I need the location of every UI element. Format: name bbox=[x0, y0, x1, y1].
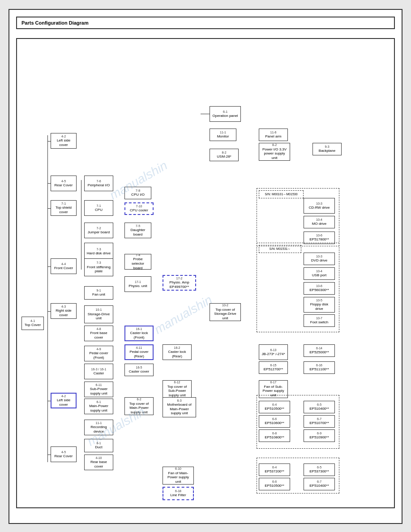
power-boards-container bbox=[257, 395, 339, 449]
box-monitor: 11-1 Monitor bbox=[210, 129, 236, 141]
title-bar: Parts Configuration Diagram bbox=[16, 17, 395, 29]
box-17-1-physio: 17-1 Physio. unit bbox=[124, 276, 151, 292]
line-h-4-5-bot bbox=[47, 455, 51, 455]
box-7-3-hdd: 7-3 Hard disk drive bbox=[84, 243, 113, 261]
sn1-container bbox=[257, 188, 339, 246]
box-7-2-jumper: 7-2 Jumper board bbox=[84, 223, 113, 238]
box-6-13-jb273: 6-13 JB-273* /-274* bbox=[259, 344, 288, 360]
box-17-2-physio-amp: 17-2 Physio. Amp EP499700** bbox=[163, 275, 196, 291]
line-v-7x bbox=[81, 180, 81, 270]
box-4-2-left-top: 4-2 Left side cover bbox=[51, 133, 77, 149]
line-h-7-1-shield bbox=[47, 208, 51, 209]
box-7-5-daughter: 7-5 Daughter board bbox=[124, 223, 151, 238]
box-6-14-ep525000: 6-14 EP525000** bbox=[304, 344, 335, 357]
line-h-op bbox=[201, 114, 210, 114]
line-h-4-4 bbox=[47, 266, 51, 267]
page-container: Parts Configuration Diagram manualshin m… bbox=[9, 9, 402, 524]
box-7-6-peripheral: 7-6 Peripheral I/O bbox=[84, 176, 113, 191]
box-4-8-front-base: 4-8 Front base cover bbox=[84, 326, 113, 341]
line-h-4-2-bot bbox=[47, 401, 51, 401]
box-usm28: 8-2 USM-28* bbox=[210, 149, 239, 161]
box-7-8-cpu-io: 7-8 CPU I/O bbox=[124, 187, 151, 199]
box-16-1-caster-lock-front: 16-1 Caster lock (Front) bbox=[124, 326, 154, 341]
box-7-3-front-stiff: 7-3 Front stiffening plate bbox=[84, 258, 113, 276]
diagram-area: manualshin manualshin manualshin 4-1 Top… bbox=[16, 38, 395, 508]
box-7-1-top-shield: 7-1 Top shield cover bbox=[51, 200, 77, 216]
box-6-18-line-filter: 6-18 Line Filter bbox=[163, 487, 194, 500]
box-4-2-left-bot: 4-2 Left side cover bbox=[51, 393, 77, 408]
box-16-5-caster-cover: 16-5 Caster cover bbox=[124, 364, 154, 376]
watermark2: manualshin bbox=[152, 292, 215, 337]
box-8-1-duct: 8-1 Duct bbox=[84, 439, 113, 452]
box-4-11-pedal-rear: 4-11 Pedal cover (Rear) bbox=[124, 344, 154, 360]
sn2-container bbox=[257, 243, 339, 332]
box-4-9-pedal-front: 4-9 Pedal cover (Front) bbox=[84, 346, 113, 361]
box-7-1-cpu: 7-1 CPU bbox=[84, 200, 113, 216]
power-boards-container2 bbox=[257, 458, 339, 493]
line-h-4-3 bbox=[47, 311, 51, 312]
box-6-16-ep511100: 6-16 EP511100** bbox=[304, 361, 335, 374]
box-4-1-top-cover: 4-1 Top Cover bbox=[21, 317, 44, 330]
box-4-3-right: 4-3 Right side cover bbox=[51, 303, 77, 319]
title-text: Parts Configuration Diagram bbox=[21, 20, 89, 26]
line-v-left bbox=[47, 135, 48, 462]
box-6-15-ep512700: 6-15 EP512700** bbox=[259, 361, 288, 374]
box-6-11-subpower: 6-11 Sub-Power supply unit bbox=[84, 382, 113, 397]
box-4-10-rear-base: 4-10 Rear base cover bbox=[84, 455, 113, 470]
box-6-12-sub-power-top: 6-12 Top cover of Sub-Power supply unit bbox=[163, 380, 192, 398]
box-4-4-front-cover: 4-4 Front Cover bbox=[51, 258, 77, 274]
box-10-2-top-storage: 10-2 Top cover of Storage-Drive unit bbox=[210, 303, 241, 321]
box-panel-arm: 11-6 Panel arm bbox=[259, 129, 288, 141]
box-7-10-cpu-cooler: 7-10 CPU cooler bbox=[124, 202, 154, 215]
box-4-5-rear-bot: 4-5 Rear Cover bbox=[51, 446, 77, 462]
box-16-2-caster-lock-rear: 16-2 Caster lock (Rear) bbox=[163, 344, 192, 360]
box-6-1-mainpower: 6-1 Main-Power supply unit bbox=[84, 399, 113, 414]
box-6-10-fan-main: 6-10 Fan of Main-Power supply unit bbox=[163, 467, 194, 485]
box-7-4-probe: 7-4 Probe selector board bbox=[124, 254, 151, 270]
box-10-1-storage: 10-1 Storage-Drive unit bbox=[84, 305, 113, 323]
box-9-1-fan: 9-1 Fan unit bbox=[84, 286, 113, 300]
line-h-4-5 bbox=[47, 183, 51, 184]
box-backplane: 9-3 Backplane bbox=[313, 143, 342, 155]
box-6-3-motherboard: 6-3 Motherboard of Main-Power supply uni… bbox=[163, 397, 196, 417]
box-6-2-top-main-power: 6-2 Top cover of Main-Power supply unit bbox=[124, 397, 154, 415]
box-16-3-caster: 16-3 / 16-1 Caster bbox=[84, 364, 113, 379]
box-power-io: 8-2 Power I/O 3.3V power supply unit bbox=[259, 143, 290, 161]
box-4-5-rear-top: 4-5 Rear Cover bbox=[51, 176, 77, 191]
box-op-panel: 6-1 Operation panel bbox=[210, 106, 241, 122]
line-h-4-2-top bbox=[47, 141, 51, 142]
box-11-1-recording: 11-1 Recording device bbox=[84, 420, 113, 435]
